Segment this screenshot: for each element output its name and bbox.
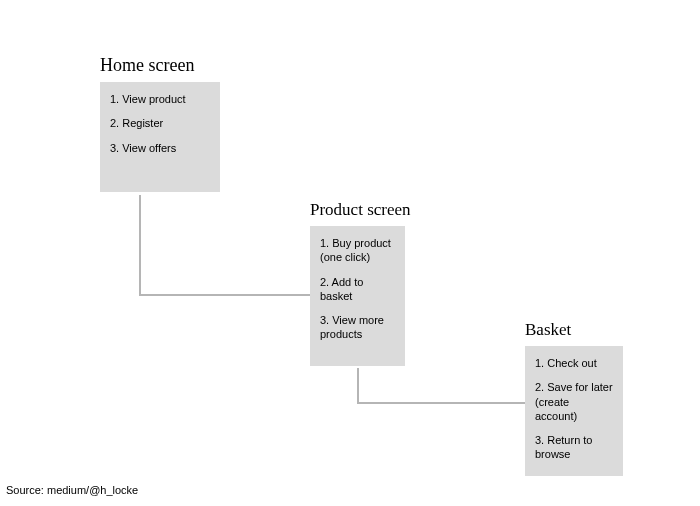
node-box: 1. View product 2. Register 3. View offe…: [100, 82, 220, 192]
node-item: 2. Save for later (create account): [535, 380, 613, 423]
node-item: 2. Register: [110, 116, 210, 130]
diagram-canvas: Home screen 1. View product 2. Register …: [0, 0, 700, 506]
node-box: 1. Buy product (one click) 2. Add to bas…: [310, 226, 405, 366]
node-product-screen: Product screen 1. Buy product (one click…: [310, 200, 435, 366]
node-item: 1. Buy product (one click): [320, 236, 395, 265]
node-item: 3. Return to browse: [535, 433, 613, 462]
node-item: 3. View more products: [320, 313, 395, 342]
node-home-screen: Home screen 1. View product 2. Register …: [100, 55, 220, 192]
node-item: 1. Check out: [535, 356, 613, 370]
node-basket: Basket 1. Check out 2. Save for later (c…: [525, 320, 645, 476]
node-title: Basket: [525, 320, 645, 340]
node-box: 1. Check out 2. Save for later (create a…: [525, 346, 623, 476]
source-credit: Source: medium/@h_locke: [6, 484, 138, 496]
node-item: 3. View offers: [110, 141, 210, 155]
node-title: Home screen: [100, 55, 220, 76]
node-item: 2. Add to basket: [320, 275, 395, 304]
node-item: 1. View product: [110, 92, 210, 106]
node-title: Product screen: [310, 200, 435, 220]
